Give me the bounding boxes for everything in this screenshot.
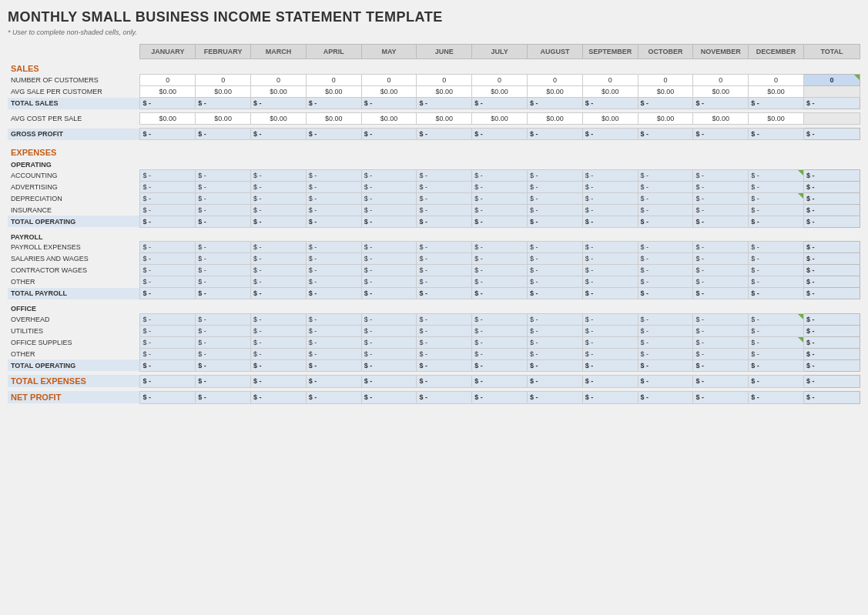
customers-apr[interactable]: 0 — [306, 75, 361, 86]
accounting-sep[interactable]: $ - — [582, 169, 638, 181]
utilities-jul[interactable]: $ - — [472, 325, 528, 336]
depreciation-mar[interactable]: $ - — [251, 192, 307, 204]
avg-cost-dec[interactable]: $0.00 — [749, 113, 804, 125]
customers-may[interactable]: 0 — [361, 75, 417, 86]
payroll-other-nov[interactable]: $ - — [693, 276, 749, 288]
utilities-oct[interactable]: $ - — [638, 325, 693, 336]
insurance-may[interactable]: $ - — [361, 204, 417, 216]
insurance-feb[interactable]: $ - — [196, 204, 251, 216]
payroll-exp-sep[interactable]: $ - — [582, 242, 638, 253]
accounting-jan[interactable]: $ - — [140, 169, 196, 181]
accounting-nov[interactable]: $ - — [693, 169, 749, 181]
avg-sale-feb[interactable]: $0.00 — [196, 86, 251, 98]
office-other-dec[interactable]: $ - — [749, 348, 804, 359]
avg-cost-aug[interactable]: $0.00 — [528, 113, 583, 125]
avg-cost-may[interactable]: $0.00 — [361, 113, 417, 125]
office-supplies-jun[interactable]: $ - — [417, 336, 472, 348]
office-supplies-mar[interactable]: $ - — [251, 336, 307, 348]
office-other-feb[interactable]: $ - — [196, 348, 251, 359]
avg-cost-oct[interactable]: $0.00 — [638, 113, 693, 125]
avg-cost-nov[interactable]: $0.00 — [693, 113, 749, 125]
advertising-dec[interactable]: $ - — [749, 181, 804, 192]
utilities-aug[interactable]: $ - — [528, 325, 583, 336]
contractor-oct[interactable]: $ - — [638, 265, 693, 276]
salaries-jul[interactable]: $ - — [472, 253, 528, 265]
payroll-exp-mar[interactable]: $ - — [251, 242, 307, 253]
payroll-exp-may[interactable]: $ - — [361, 242, 417, 253]
contractor-sep[interactable]: $ - — [582, 265, 638, 276]
overhead-apr[interactable]: $ - — [306, 313, 361, 325]
insurance-apr[interactable]: $ - — [306, 204, 361, 216]
overhead-may[interactable]: $ - — [361, 313, 417, 325]
depreciation-jan[interactable]: $ - — [140, 192, 196, 204]
payroll-other-aug[interactable]: $ - — [528, 276, 583, 288]
advertising-nov[interactable]: $ - — [693, 181, 749, 192]
office-supplies-may[interactable]: $ - — [361, 336, 417, 348]
accounting-oct[interactable]: $ - — [638, 169, 693, 181]
office-supplies-jan[interactable]: $ - — [140, 336, 196, 348]
payroll-other-jan[interactable]: $ - — [140, 276, 196, 288]
payroll-exp-aug[interactable]: $ - — [528, 242, 583, 253]
avg-cost-jan[interactable]: $0.00 — [140, 113, 196, 125]
payroll-other-sep[interactable]: $ - — [582, 276, 638, 288]
utilities-mar[interactable]: $ - — [251, 325, 307, 336]
payroll-other-feb[interactable]: $ - — [196, 276, 251, 288]
utilities-dec[interactable]: $ - — [749, 325, 804, 336]
avg-sale-oct[interactable]: $0.00 — [638, 86, 693, 98]
utilities-jan[interactable]: $ - — [140, 325, 196, 336]
accounting-dec[interactable]: $ - — [749, 169, 804, 181]
contractor-nov[interactable]: $ - — [693, 265, 749, 276]
insurance-dec[interactable]: $ - — [749, 204, 804, 216]
payroll-exp-jan[interactable]: $ - — [140, 242, 196, 253]
office-supplies-dec[interactable]: $ - — [749, 336, 804, 348]
accounting-mar[interactable]: $ - — [251, 169, 307, 181]
contractor-jul[interactable]: $ - — [472, 265, 528, 276]
overhead-dec[interactable]: $ - — [749, 313, 804, 325]
utilities-feb[interactable]: $ - — [196, 325, 251, 336]
office-other-nov[interactable]: $ - — [693, 348, 749, 359]
avg-cost-sep[interactable]: $0.00 — [582, 113, 638, 125]
insurance-sep[interactable]: $ - — [582, 204, 638, 216]
accounting-jul[interactable]: $ - — [472, 169, 528, 181]
avg-sale-jan[interactable]: $0.00 — [140, 86, 196, 98]
payroll-other-jul[interactable]: $ - — [472, 276, 528, 288]
avg-sale-nov[interactable]: $0.00 — [693, 86, 749, 98]
overhead-mar[interactable]: $ - — [251, 313, 307, 325]
customers-jun[interactable]: 0 — [417, 75, 472, 86]
payroll-other-jun[interactable]: $ - — [417, 276, 472, 288]
utilities-apr[interactable]: $ - — [306, 325, 361, 336]
depreciation-dec[interactable]: $ - — [749, 192, 804, 204]
customers-aug[interactable]: 0 — [528, 75, 583, 86]
depreciation-jun[interactable]: $ - — [417, 192, 472, 204]
payroll-exp-dec[interactable]: $ - — [749, 242, 804, 253]
utilities-nov[interactable]: $ - — [693, 325, 749, 336]
payroll-other-dec[interactable]: $ - — [749, 276, 804, 288]
contractor-jun[interactable]: $ - — [417, 265, 472, 276]
overhead-jun[interactable]: $ - — [417, 313, 472, 325]
office-supplies-nov[interactable]: $ - — [693, 336, 749, 348]
advertising-apr[interactable]: $ - — [306, 181, 361, 192]
insurance-jul[interactable]: $ - — [472, 204, 528, 216]
payroll-exp-feb[interactable]: $ - — [196, 242, 251, 253]
contractor-aug[interactable]: $ - — [528, 265, 583, 276]
accounting-feb[interactable]: $ - — [196, 169, 251, 181]
avg-sale-mar[interactable]: $0.00 — [251, 86, 307, 98]
advertising-may[interactable]: $ - — [361, 181, 417, 192]
utilities-may[interactable]: $ - — [361, 325, 417, 336]
avg-cost-jul[interactable]: $0.00 — [472, 113, 528, 125]
overhead-feb[interactable]: $ - — [196, 313, 251, 325]
contractor-may[interactable]: $ - — [361, 265, 417, 276]
customers-nov[interactable]: 0 — [693, 75, 749, 86]
overhead-oct[interactable]: $ - — [638, 313, 693, 325]
payroll-exp-nov[interactable]: $ - — [693, 242, 749, 253]
payroll-exp-jun[interactable]: $ - — [417, 242, 472, 253]
salaries-apr[interactable]: $ - — [306, 253, 361, 265]
office-other-jul[interactable]: $ - — [472, 348, 528, 359]
contractor-apr[interactable]: $ - — [306, 265, 361, 276]
customers-jul[interactable]: 0 — [472, 75, 528, 86]
salaries-oct[interactable]: $ - — [638, 253, 693, 265]
accounting-jun[interactable]: $ - — [417, 169, 472, 181]
avg-cost-jun[interactable]: $0.00 — [417, 113, 472, 125]
office-other-may[interactable]: $ - — [361, 348, 417, 359]
depreciation-nov[interactable]: $ - — [693, 192, 749, 204]
